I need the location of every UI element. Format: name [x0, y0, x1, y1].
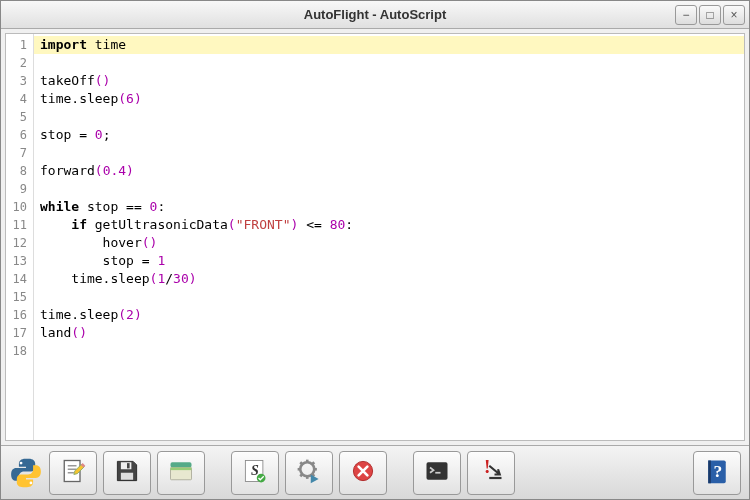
window-title: AutoFlight - AutoScript	[1, 7, 749, 22]
land-button[interactable]: !	[467, 451, 515, 495]
code-line[interactable]	[34, 180, 744, 198]
line-number: 14	[6, 270, 33, 288]
code-line[interactable]	[34, 144, 744, 162]
svg-rect-26	[708, 460, 711, 483]
console-button[interactable]	[413, 451, 461, 495]
line-number-gutter: 123456789101112131415161718	[6, 34, 34, 440]
line-number: 17	[6, 324, 33, 342]
code-line[interactable]	[34, 288, 744, 306]
line-number: 15	[6, 288, 33, 306]
line-number: 3	[6, 72, 33, 90]
svg-point-0	[20, 461, 23, 464]
run-button[interactable]	[285, 451, 333, 495]
code-line[interactable]: takeOff()	[34, 72, 744, 90]
line-number: 2	[6, 54, 33, 72]
line-number: 7	[6, 144, 33, 162]
edit-script-button[interactable]	[49, 451, 97, 495]
stop-button[interactable]	[339, 451, 387, 495]
console-icon	[423, 457, 451, 489]
code-line[interactable]: stop = 1	[34, 252, 744, 270]
line-number: 1	[6, 36, 33, 54]
svg-point-12	[300, 462, 314, 476]
code-line[interactable]: time.sleep(1/30)	[34, 270, 744, 288]
line-number: 12	[6, 234, 33, 252]
titlebar[interactable]: AutoFlight - AutoScript − □ ×	[1, 1, 749, 29]
minimize-button[interactable]: −	[675, 5, 697, 25]
pencil-icon	[59, 457, 87, 489]
svg-rect-22	[427, 462, 448, 480]
line-number: 9	[6, 180, 33, 198]
maximize-button[interactable]: □	[699, 5, 721, 25]
window: AutoFlight - AutoScript − □ × 1234567891…	[0, 0, 750, 500]
line-number: 16	[6, 306, 33, 324]
svg-rect-6	[171, 462, 192, 467]
code-line[interactable]: hover()	[34, 234, 744, 252]
svg-rect-3	[121, 462, 132, 469]
code-editor[interactable]: 123456789101112131415161718 import timet…	[5, 33, 745, 441]
svg-rect-4	[127, 463, 130, 468]
run-gear-icon	[295, 457, 323, 489]
code-line[interactable]: forward(0.4)	[34, 162, 744, 180]
code-line[interactable]: time.sleep(2)	[34, 306, 744, 324]
code-line[interactable]: land()	[34, 324, 744, 342]
script-s-icon: S	[241, 457, 269, 489]
save-icon	[113, 457, 141, 489]
line-number: 11	[6, 216, 33, 234]
line-number: 18	[6, 342, 33, 360]
open-icon	[167, 457, 195, 489]
line-number: 6	[6, 126, 33, 144]
svg-rect-5	[121, 472, 133, 479]
line-number: 5	[6, 108, 33, 126]
line-number: 10	[6, 198, 33, 216]
code-line[interactable]: import time	[34, 36, 744, 54]
stop-x-icon	[349, 457, 377, 489]
help-button[interactable]: ?	[693, 451, 741, 495]
python-icon	[9, 456, 43, 490]
code-line[interactable]: stop = 0;	[34, 126, 744, 144]
svg-text:?: ?	[714, 461, 723, 481]
code-area[interactable]: import timetakeOff()time.sleep(6)stop = …	[34, 34, 744, 440]
code-line[interactable]	[34, 54, 744, 72]
line-number: 8	[6, 162, 33, 180]
code-line[interactable]: while stop == 0:	[34, 198, 744, 216]
land-icon: !	[477, 457, 505, 489]
code-line[interactable]: if getUltrasonicData("FRONT") <= 80:	[34, 216, 744, 234]
code-line[interactable]	[34, 108, 744, 126]
toolbar: S!?	[1, 445, 749, 499]
titlebar-buttons: − □ ×	[675, 5, 745, 25]
syntax-check-button[interactable]: S	[231, 451, 279, 495]
line-number: 13	[6, 252, 33, 270]
code-line[interactable]	[34, 342, 744, 360]
open-button[interactable]	[157, 451, 205, 495]
svg-point-1	[30, 481, 33, 484]
help-icon: ?	[703, 457, 731, 489]
line-number: 4	[6, 90, 33, 108]
svg-line-20	[300, 474, 302, 476]
svg-line-19	[313, 462, 315, 464]
close-button[interactable]: ×	[723, 5, 745, 25]
code-line[interactable]: time.sleep(6)	[34, 90, 744, 108]
svg-line-17	[300, 462, 302, 464]
svg-rect-8	[171, 467, 192, 470]
save-button[interactable]	[103, 451, 151, 495]
